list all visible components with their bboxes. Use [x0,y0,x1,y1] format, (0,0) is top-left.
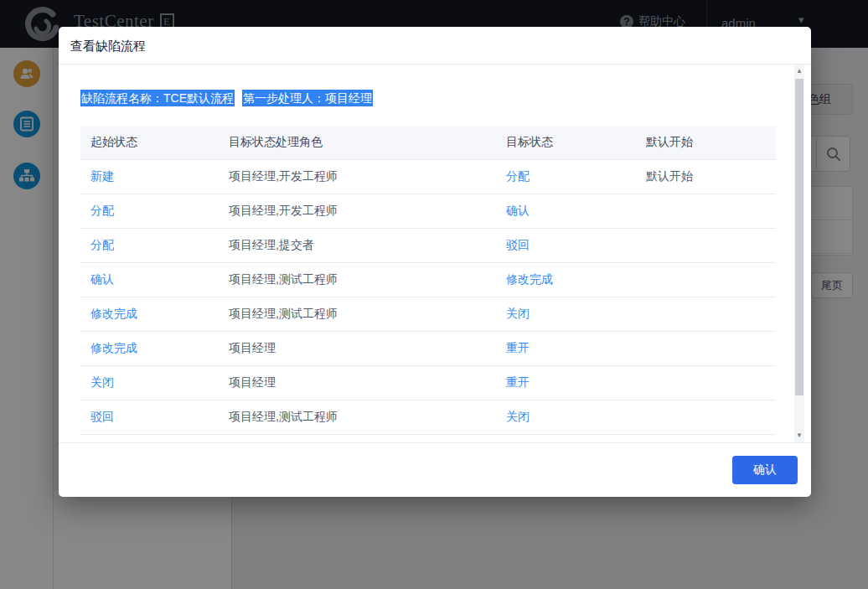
table-cell: 项目经理,开发工程师 [219,159,496,194]
view-defect-flow-modal: 查看缺陷流程 缺陷流程名称：TCE默认流程第一步处理人：项目经理 起始状态 目标… [59,27,811,497]
col-target-role: 目标状态处理角色 [219,127,496,159]
flow-table-row: 分配项目经理,提交者驳回 [80,228,776,262]
status-link[interactable]: 关闭 [80,365,219,400]
status-link[interactable]: 修改完成 [496,262,636,297]
flow-table-row: 确认项目经理,测试工程师修改完成 [80,262,776,297]
table-cell: 项目经理,开发工程师 [219,194,496,228]
status-link[interactable]: 关闭 [496,400,636,434]
confirm-button[interactable]: 确认 [732,456,798,484]
status-link[interactable]: 关闭 [496,297,636,331]
table-cell: 项目经理,测试工程师 [219,297,496,331]
table-cell: 项目经理,提交者 [219,228,496,262]
status-link[interactable]: 重开 [496,365,636,400]
flow-name-highlighted: 缺陷流程名称：TCE默认流程 [80,90,235,106]
flow-table-row: 驳回项目经理,测试工程师关闭 [80,400,776,434]
modal-header: 查看缺陷流程 [59,27,811,65]
status-link[interactable]: 分配 [80,194,219,228]
table-cell [636,400,776,434]
modal-footer: 确认 [59,442,811,497]
status-link[interactable]: 分配 [496,159,636,194]
table-cell: 项目经理 [219,365,496,400]
col-target-status: 目标状态 [496,127,636,159]
screen: TestCenterE ? 帮助中心 admin ▾ [0,0,868,589]
table-cell [636,262,776,297]
table-cell: 项目经理,测试工程师 [219,400,496,434]
table-cell [636,194,776,228]
flow-table-row: 关闭项目经理重开 [80,365,776,400]
table-cell [636,365,776,400]
table-cell: 项目经理 [219,331,496,365]
col-start-status: 起始状态 [80,127,219,159]
scroll-up-icon[interactable]: ▲ [794,65,804,77]
flow-table-row: 修改完成项目经理重开 [80,331,776,365]
modal-body: 缺陷流程名称：TCE默认流程第一步处理人：项目经理 起始状态 目标状态处理角色 … [59,65,811,442]
table-body: 新建项目经理,开发工程师分配默认开始分配项目经理,开发工程师确认分配项目经理,提… [80,159,776,434]
scroll-down-icon[interactable]: ▼ [794,430,804,442]
scrollbar-thumb[interactable] [795,79,803,395]
status-link[interactable]: 确认 [80,262,219,297]
first-handler-highlighted: 第一步处理人：项目经理 [242,90,373,106]
defect-flow-table: 起始状态 目标状态处理角色 目标状态 默认开始 新建项目经理,开发工程师分配默认… [80,127,776,435]
status-link[interactable]: 修改完成 [80,331,219,365]
status-link[interactable]: 确认 [496,194,636,228]
status-link[interactable]: 分配 [80,228,219,262]
status-link[interactable]: 新建 [80,159,219,194]
flow-table-row: 修改完成项目经理,测试工程师关闭 [80,297,776,331]
status-link[interactable]: 驳回 [496,228,636,262]
table-header-row: 起始状态 目标状态处理角色 目标状态 默认开始 [80,127,776,159]
status-link[interactable]: 修改完成 [80,297,219,331]
status-link[interactable]: 重开 [496,331,636,365]
modal-title: 查看缺陷流程 [70,27,146,65]
table-cell: 默认开始 [636,159,776,194]
table-cell [636,331,776,365]
col-default-start: 默认开始 [636,127,776,159]
table-cell [636,297,776,331]
flow-table-row: 分配项目经理,开发工程师确认 [80,194,776,228]
flow-summary-line: 缺陷流程名称：TCE默认流程第一步处理人：项目经理 [80,90,811,106]
status-link[interactable]: 驳回 [80,400,219,434]
table-cell [636,228,776,262]
table-cell: 项目经理,测试工程师 [219,262,496,297]
modal-scrollbar[interactable]: ▲ ▼ [794,65,804,442]
flow-table-row: 新建项目经理,开发工程师分配默认开始 [80,159,776,194]
